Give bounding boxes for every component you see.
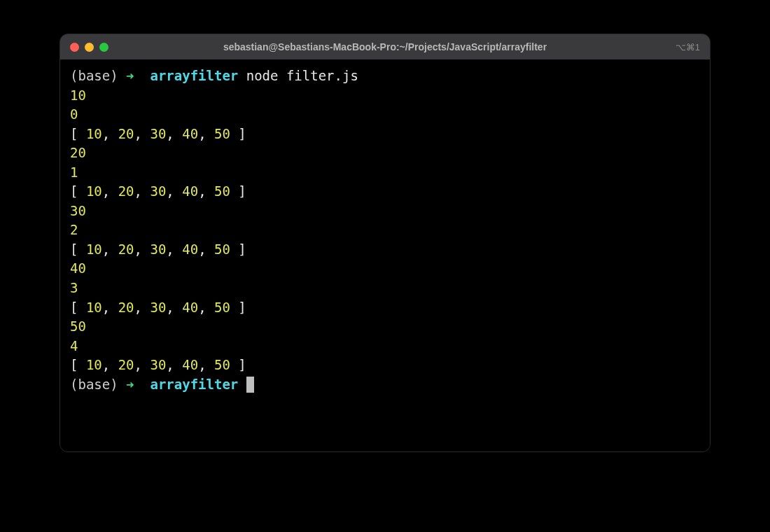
maximize-icon[interactable] — [99, 43, 108, 52]
traffic-lights — [70, 43, 108, 52]
output-index: 1 — [70, 163, 700, 183]
prompt-arrow-icon: ➜ — [126, 68, 134, 83]
minimize-icon[interactable] — [85, 43, 94, 52]
output-value: 40 — [70, 259, 700, 279]
cursor-icon — [246, 377, 254, 393]
output-index: 2 — [70, 220, 700, 240]
command-output: 100[ 10, 20, 30, 40, 50 ]201[ 10, 20, 30… — [70, 86, 700, 375]
prompt-line: (base) ➜ arrayfilter node filter.js — [70, 66, 700, 86]
output-value: 50 — [70, 317, 700, 337]
output-index: 0 — [70, 105, 700, 125]
tab-shortcut-indicator: ⌥⌘1 — [676, 42, 700, 52]
prompt-dir: arrayfilter — [150, 68, 238, 83]
output-value: 30 — [70, 202, 700, 221]
terminal-window: sebastian@Sebastians-MacBook-Pro:~/Proje… — [59, 34, 710, 452]
output-index: 4 — [70, 337, 700, 356]
output-array: [ 10, 20, 30, 40, 50 ] — [70, 298, 700, 318]
entered-command: node filter.js — [246, 68, 358, 83]
prompt-dir: arrayfilter — [150, 377, 238, 392]
window-title: sebastian@Sebastians-MacBook-Pro:~/Proje… — [60, 41, 710, 52]
prompt-env: (base) — [70, 68, 118, 83]
output-value: 20 — [70, 144, 700, 163]
terminal-body[interactable]: (base) ➜ arrayfilter node filter.js 100[… — [60, 59, 710, 451]
output-index: 3 — [70, 279, 700, 298]
output-array: [ 10, 20, 30, 40, 50 ] — [70, 182, 700, 202]
output-array: [ 10, 20, 30, 40, 50 ] — [70, 356, 700, 375]
output-array: [ 10, 20, 30, 40, 50 ] — [70, 240, 700, 260]
title-bar[interactable]: sebastian@Sebastians-MacBook-Pro:~/Proje… — [60, 34, 710, 59]
prompt-arrow-icon: ➜ — [126, 377, 134, 392]
output-array: [ 10, 20, 30, 40, 50 ] — [70, 125, 700, 144]
output-value: 10 — [70, 86, 700, 106]
prompt-line: (base) ➜ arrayfilter — [70, 375, 700, 395]
close-icon[interactable] — [70, 43, 79, 52]
prompt-env: (base) — [70, 377, 118, 392]
